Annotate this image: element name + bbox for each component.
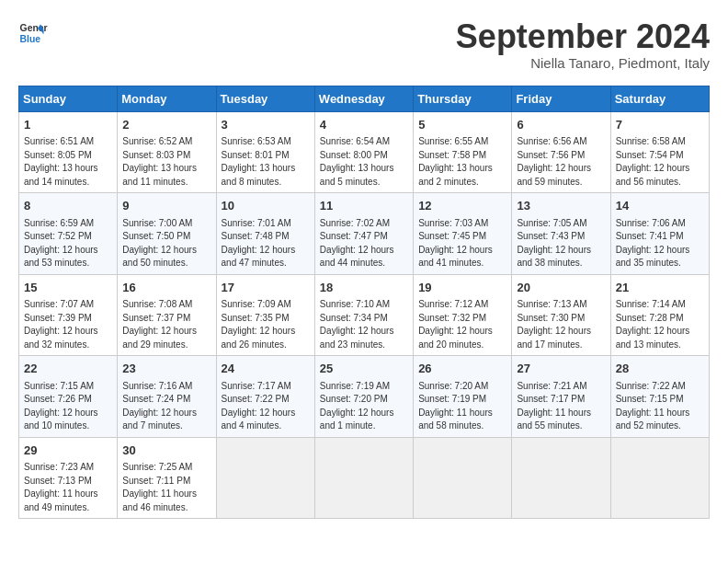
day-info: Sunrise: 6:59 AMSunset: 7:52 PMDaylight:…: [24, 218, 98, 269]
logo-icon: General Blue: [18, 18, 48, 48]
day-number: 4: [320, 117, 408, 133]
calendar-body: 1Sunrise: 6:51 AMSunset: 8:05 PMDaylight…: [19, 111, 710, 519]
weekday-header-cell: Saturday: [610, 86, 709, 111]
day-number: 5: [418, 117, 506, 133]
logo: General Blue: [18, 18, 48, 48]
day-number: 21: [616, 280, 704, 296]
day-info: Sunrise: 7:02 AMSunset: 7:47 PMDaylight:…: [320, 218, 394, 269]
day-info: Sunrise: 7:15 AMSunset: 7:26 PMDaylight:…: [24, 381, 98, 431]
calendar-day-cell: 6Sunrise: 6:56 AMSunset: 7:56 PMDaylight…: [512, 111, 610, 193]
day-info: Sunrise: 6:52 AMSunset: 8:03 PMDaylight:…: [122, 136, 197, 187]
day-number: 12: [418, 198, 506, 214]
day-number: 24: [222, 361, 310, 377]
page-header: General Blue September 2024 Niella Tanar…: [18, 18, 710, 71]
calendar-day-cell: 24Sunrise: 7:17 AMSunset: 7:22 PMDayligh…: [216, 356, 314, 438]
day-number: 28: [616, 361, 704, 377]
day-number: 20: [517, 280, 605, 296]
day-number: 18: [320, 280, 408, 296]
calendar-day-cell: [414, 437, 512, 519]
calendar-day-cell: [314, 437, 413, 519]
day-info: Sunrise: 7:21 AMSunset: 7:17 PMDaylight:…: [517, 381, 591, 431]
calendar-day-cell: 2Sunrise: 6:52 AMSunset: 8:03 PMDaylight…: [118, 111, 216, 193]
day-info: Sunrise: 6:51 AMSunset: 8:05 PMDaylight:…: [24, 136, 98, 187]
day-number: 6: [517, 117, 605, 133]
day-number: 19: [418, 280, 506, 296]
calendar-week-row: 15Sunrise: 7:07 AMSunset: 7:39 PMDayligh…: [19, 274, 710, 356]
day-number: 26: [418, 361, 506, 377]
month-title: September 2024: [456, 18, 710, 55]
day-info: Sunrise: 6:58 AMSunset: 7:54 PMDaylight:…: [616, 136, 690, 187]
calendar-week-row: 29Sunrise: 7:23 AMSunset: 7:13 PMDayligh…: [19, 437, 710, 519]
day-info: Sunrise: 7:03 AMSunset: 7:45 PMDaylight:…: [418, 218, 493, 269]
calendar-day-cell: 18Sunrise: 7:10 AMSunset: 7:34 PMDayligh…: [314, 274, 413, 356]
day-info: Sunrise: 7:08 AMSunset: 7:37 PMDaylight:…: [122, 299, 197, 350]
calendar-day-cell: 1Sunrise: 6:51 AMSunset: 8:05 PMDaylight…: [19, 111, 118, 193]
day-number: 9: [122, 198, 210, 214]
day-info: Sunrise: 6:56 AMSunset: 7:56 PMDaylight:…: [517, 136, 591, 187]
day-number: 25: [320, 361, 408, 377]
calendar-day-cell: 10Sunrise: 7:01 AMSunset: 7:48 PMDayligh…: [216, 193, 314, 275]
svg-text:Blue: Blue: [20, 34, 41, 44]
calendar-table: SundayMondayTuesdayWednesdayThursdayFrid…: [18, 86, 710, 520]
calendar-day-cell: [512, 437, 610, 519]
day-info: Sunrise: 7:00 AMSunset: 7:50 PMDaylight:…: [122, 218, 197, 269]
calendar-day-cell: 20Sunrise: 7:13 AMSunset: 7:30 PMDayligh…: [512, 274, 610, 356]
day-number: 17: [222, 280, 310, 296]
calendar-week-row: 8Sunrise: 6:59 AMSunset: 7:52 PMDaylight…: [19, 193, 710, 275]
day-number: 16: [122, 280, 210, 296]
calendar-day-cell: 30Sunrise: 7:25 AMSunset: 7:11 PMDayligh…: [118, 437, 216, 519]
day-info: Sunrise: 7:16 AMSunset: 7:24 PMDaylight:…: [122, 381, 197, 431]
calendar-day-cell: 28Sunrise: 7:22 AMSunset: 7:15 PMDayligh…: [610, 356, 709, 438]
day-info: Sunrise: 7:05 AMSunset: 7:43 PMDaylight:…: [517, 218, 591, 269]
calendar-week-row: 1Sunrise: 6:51 AMSunset: 8:05 PMDaylight…: [19, 111, 710, 193]
day-info: Sunrise: 6:53 AMSunset: 8:01 PMDaylight:…: [222, 136, 296, 187]
day-number: 22: [24, 361, 112, 377]
weekday-header-cell: Sunday: [19, 86, 118, 111]
calendar-day-cell: 11Sunrise: 7:02 AMSunset: 7:47 PMDayligh…: [314, 193, 413, 275]
calendar-day-cell: 8Sunrise: 6:59 AMSunset: 7:52 PMDaylight…: [19, 193, 118, 275]
calendar-day-cell: 23Sunrise: 7:16 AMSunset: 7:24 PMDayligh…: [118, 356, 216, 438]
day-info: Sunrise: 7:06 AMSunset: 7:41 PMDaylight:…: [616, 218, 690, 269]
calendar-day-cell: 27Sunrise: 7:21 AMSunset: 7:17 PMDayligh…: [512, 356, 610, 438]
day-info: Sunrise: 6:54 AMSunset: 8:00 PMDaylight:…: [320, 136, 394, 187]
calendar-day-cell: 3Sunrise: 6:53 AMSunset: 8:01 PMDaylight…: [216, 111, 314, 193]
day-number: 15: [24, 280, 112, 296]
day-number: 27: [517, 361, 605, 377]
title-block: September 2024 Niella Tanaro, Piedmont, …: [456, 18, 710, 71]
day-number: 13: [517, 198, 605, 214]
weekday-header-cell: Thursday: [414, 86, 512, 111]
day-info: Sunrise: 7:19 AMSunset: 7:20 PMDaylight:…: [320, 381, 394, 431]
day-info: Sunrise: 7:25 AMSunset: 7:11 PMDaylight:…: [122, 462, 197, 512]
calendar-day-cell: [610, 437, 709, 519]
weekday-header-cell: Friday: [512, 86, 610, 111]
calendar-day-cell: 22Sunrise: 7:15 AMSunset: 7:26 PMDayligh…: [19, 356, 118, 438]
day-number: 29: [24, 442, 112, 459]
day-number: 30: [122, 442, 210, 459]
day-number: 10: [222, 198, 310, 214]
day-info: Sunrise: 7:14 AMSunset: 7:28 PMDaylight:…: [616, 299, 690, 350]
calendar-day-cell: 13Sunrise: 7:05 AMSunset: 7:43 PMDayligh…: [512, 193, 610, 275]
day-info: Sunrise: 7:13 AMSunset: 7:30 PMDaylight:…: [517, 299, 591, 350]
calendar-day-cell: 4Sunrise: 6:54 AMSunset: 8:00 PMDaylight…: [314, 111, 413, 193]
day-info: Sunrise: 7:12 AMSunset: 7:32 PMDaylight:…: [418, 299, 493, 350]
calendar-day-cell: 26Sunrise: 7:20 AMSunset: 7:19 PMDayligh…: [414, 356, 512, 438]
day-info: Sunrise: 7:07 AMSunset: 7:39 PMDaylight:…: [24, 299, 98, 350]
day-info: Sunrise: 7:20 AMSunset: 7:19 PMDaylight:…: [418, 381, 493, 431]
weekday-header-cell: Monday: [118, 86, 216, 111]
calendar-day-cell: 14Sunrise: 7:06 AMSunset: 7:41 PMDayligh…: [610, 193, 709, 275]
day-info: Sunrise: 7:22 AMSunset: 7:15 PMDaylight:…: [616, 381, 690, 431]
calendar-day-cell: 5Sunrise: 6:55 AMSunset: 7:58 PMDaylight…: [414, 111, 512, 193]
calendar-day-cell: 16Sunrise: 7:08 AMSunset: 7:37 PMDayligh…: [118, 274, 216, 356]
day-number: 23: [122, 361, 210, 377]
calendar-day-cell: 25Sunrise: 7:19 AMSunset: 7:20 PMDayligh…: [314, 356, 413, 438]
day-number: 1: [24, 117, 112, 133]
calendar-day-cell: [216, 437, 314, 519]
weekday-header-row: SundayMondayTuesdayWednesdayThursdayFrid…: [19, 86, 710, 111]
day-number: 7: [616, 117, 704, 133]
day-number: 14: [616, 198, 704, 214]
day-info: Sunrise: 7:23 AMSunset: 7:13 PMDaylight:…: [24, 462, 98, 512]
day-info: Sunrise: 7:09 AMSunset: 7:35 PMDaylight:…: [222, 299, 296, 350]
calendar-day-cell: 7Sunrise: 6:58 AMSunset: 7:54 PMDaylight…: [610, 111, 709, 193]
day-number: 8: [24, 198, 112, 214]
calendar-week-row: 22Sunrise: 7:15 AMSunset: 7:26 PMDayligh…: [19, 356, 710, 438]
